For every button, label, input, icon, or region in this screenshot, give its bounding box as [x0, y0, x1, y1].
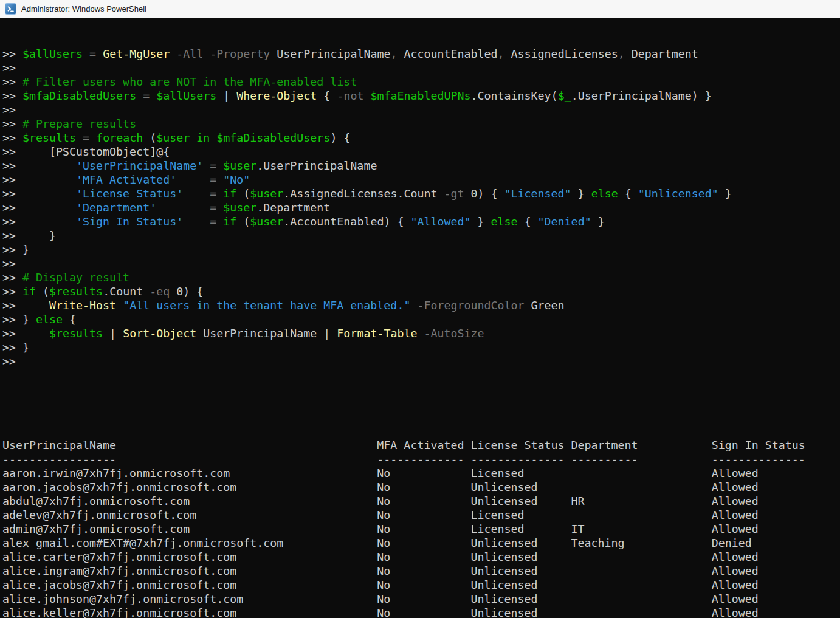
table-underline-row: ----------------- ------------- --------…: [2, 452, 840, 466]
code-line: >> $results | Sort-Object UserPrincipalN…: [2, 326, 840, 340]
output-table: UserPrincipalName MFA Activated License …: [2, 438, 840, 618]
code-line: >> }: [2, 228, 840, 242]
table-row: alex_gmail.com#EXT#@7xh7fj.onmicrosoft.c…: [2, 536, 840, 550]
code-line: >> 'UserPrincipalName' = $user.UserPrinc…: [2, 159, 840, 173]
code-line: >> [PSCustomObject]@{: [2, 145, 840, 159]
code-line: >> }: [2, 340, 840, 354]
window-titlebar[interactable]: Administrator: Windows PowerShell: [0, 0, 840, 18]
code-line: >>: [2, 256, 840, 270]
table-row: abdul@7xh7fj.onmicrosoft.com No Unlicens…: [2, 494, 840, 508]
window-title: Administrator: Windows PowerShell: [21, 4, 146, 13]
table-row: alice.keller@7xh7fj.onmicrosoft.com No U…: [2, 606, 840, 618]
table-row: alice.jacobs@7xh7fj.onmicrosoft.com No U…: [2, 578, 840, 592]
table-row: aaron.jacobs@7xh7fj.onmicrosoft.com No U…: [2, 480, 840, 494]
code-line: >>: [2, 61, 840, 75]
code-line: >> Write-Host "All users in the tenant h…: [2, 298, 840, 312]
code-line: >> if ($results.Count -eq 0) {: [2, 284, 840, 298]
terminal-screen[interactable]: >> $allUsers = Get-MgUser -All -Property…: [0, 18, 840, 618]
powershell-icon[interactable]: [5, 3, 16, 15]
code-line: >> $results = foreach ($user in $mfaDisa…: [2, 131, 840, 145]
code-line: >>: [2, 103, 840, 117]
table-row: adelev@7xh7fj.onmicrosoft.com No License…: [2, 508, 840, 522]
code-line: >> 'Department' = $user.Department: [2, 201, 840, 215]
code-line: >>: [2, 354, 840, 368]
code-line: >> }: [2, 242, 840, 256]
code-line: >> } else {: [2, 312, 840, 326]
table-row: alice.ingram@7xh7fj.onmicrosoft.com No U…: [2, 564, 840, 578]
table-row: alice.carter@7xh7fj.onmicrosoft.com No U…: [2, 550, 840, 564]
table-row: alice.johnson@7xh7fj.onmicrosoft.com No …: [2, 592, 840, 606]
code-line: >> 'MFA Activated' = "No": [2, 173, 840, 187]
code-line: >> 'License Status' = if ($user.Assigned…: [2, 187, 840, 201]
code-line: >> $mfaDisabledUsers = $allUsers | Where…: [2, 89, 840, 103]
table-row: admin@7xh7fj.onmicrosoft.com No Licensed…: [2, 522, 840, 536]
blank-line: [2, 396, 840, 410]
code-line: >> # Filter users who are NOT in the MFA…: [2, 75, 840, 89]
powershell-code-block: >> $allUsers = Get-MgUser -All -Property…: [2, 47, 840, 368]
code-line: >> 'Sign In Status' = if ($user.AccountE…: [2, 215, 840, 228]
code-line: >> # Display result: [2, 270, 840, 284]
code-line: >> # Prepare results: [2, 117, 840, 131]
table-header-row: UserPrincipalName MFA Activated License …: [2, 438, 840, 452]
code-line: >> $allUsers = Get-MgUser -All -Property…: [2, 47, 840, 61]
table-row: aaron.irwin@7xh7fj.onmicrosoft.com No Li…: [2, 466, 840, 480]
